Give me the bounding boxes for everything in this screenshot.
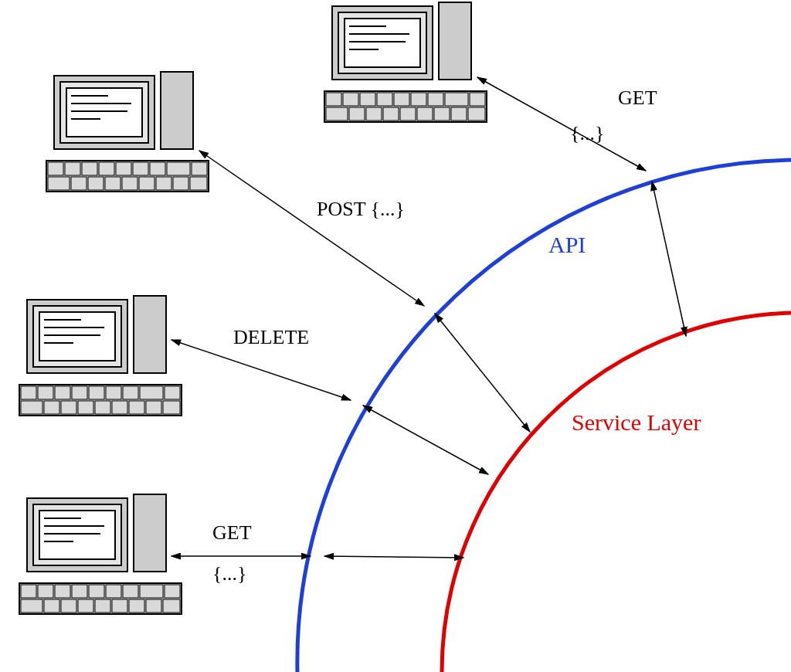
delete-label: DELETE <box>233 326 309 349</box>
arrow-get3-api-service <box>324 556 463 558</box>
arrow-post-api-service <box>435 314 530 432</box>
client-computer-1 <box>46 72 209 192</box>
arrow-gettop-api-service <box>652 182 686 336</box>
api-arc <box>297 160 791 672</box>
api-label: API <box>548 232 586 258</box>
get-top-body-label: {...} <box>570 122 604 145</box>
service-arc <box>442 313 791 672</box>
get-top-label: GET <box>618 87 657 110</box>
client-computer-3 <box>19 494 182 614</box>
post-label: POST {...} <box>317 198 405 221</box>
client-computer-2 <box>19 296 182 416</box>
get3-label: GET <box>212 521 252 545</box>
arrow-delete-api-service <box>363 406 488 474</box>
client-computer-4 <box>324 2 487 122</box>
arrow-post-client-api <box>199 151 424 306</box>
get3-body-label: {...} <box>212 562 246 585</box>
service-layer-label: Service Layer <box>572 409 701 436</box>
